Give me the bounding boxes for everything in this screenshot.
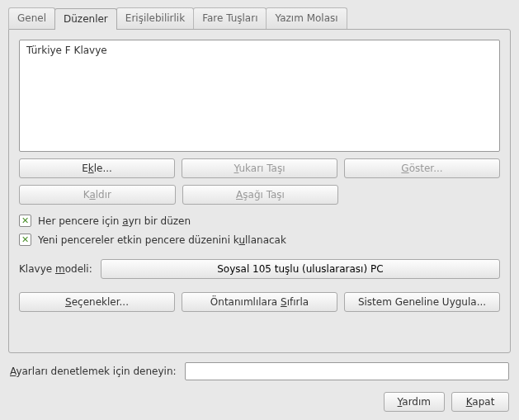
test-input[interactable] <box>185 362 509 380</box>
tab-erisilebilirlik[interactable]: Erişilebilirlik <box>116 7 194 29</box>
panel-duzenler: Türkiye F Klavye Ekle... Yukarı Taşı Gös… <box>8 29 511 353</box>
move-down-button: Aşağı Taşı <box>182 185 339 205</box>
apply-system-wide-button[interactable]: Sistem Geneline Uygula... <box>344 292 500 312</box>
layout-list[interactable]: Türkiye F Klavye <box>19 40 500 152</box>
tab-yazim-molasi[interactable]: Yazım Molası <box>266 7 347 29</box>
test-label: Ayarları denetlemek için deneyin: <box>10 366 177 377</box>
show-button: Göster... <box>344 158 500 178</box>
tab-fare-tuslari[interactable]: Fare Tuşları <box>193 7 267 29</box>
add-button[interactable]: Ekle... <box>19 158 175 178</box>
list-item[interactable]: Türkiye F Klavye <box>25 44 494 57</box>
move-up-button: Yukarı Taşı <box>182 158 337 178</box>
tab-genel[interactable]: Genel <box>8 7 55 29</box>
checkbox-new-windows[interactable]: ✕ <box>19 234 31 246</box>
options-button[interactable]: Seçenekler... <box>19 292 175 312</box>
help-button[interactable]: Yardım <box>384 392 445 412</box>
remove-button: Kaldır <box>19 185 176 205</box>
tab-duzenler[interactable]: Düzenler <box>54 8 117 30</box>
checkbox-per-window[interactable]: ✕ <box>19 215 31 227</box>
reset-defaults-button[interactable]: Öntanımlılara Sıfırla <box>182 292 337 312</box>
keyboard-model-label: Klavye modeli: <box>19 263 92 275</box>
keyboard-model-button[interactable]: Soysal 105 tuşlu (uluslararası) PC <box>101 259 500 279</box>
tab-bar: Genel Düzenler Erişilebilirlik Fare Tuşl… <box>8 7 511 28</box>
label-per-window: Her pencere için ayrı bir düzen <box>38 215 191 227</box>
label-new-windows: Yeni pencereler etkin pencere düzenini k… <box>38 234 286 246</box>
close-button[interactable]: Kapat <box>451 392 509 412</box>
